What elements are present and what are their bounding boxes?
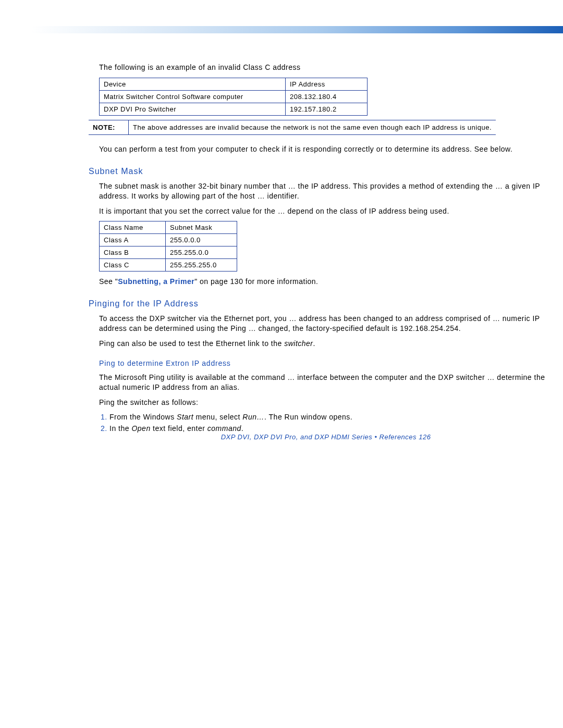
table-header: Subnet Mask — [166, 221, 237, 234]
table-header: IP Address — [286, 78, 368, 90]
ping-instruction: Ping the switcher as follows: — [99, 398, 563, 408]
invalid-address-table: Device IP Address Matrix Switcher Contro… — [99, 78, 368, 116]
see-suffix: " on page 130 for more information. — [194, 277, 318, 286]
subnetting-primer-link[interactable]: Subnetting, a Primer — [118, 277, 194, 286]
table-cell: 208.132.180.4 — [286, 90, 368, 103]
table-cell: Class B — [100, 246, 166, 259]
intro-text: The following is an example of an invali… — [99, 63, 563, 72]
table-cell: DXP DVI Pro Switcher — [100, 103, 286, 115]
ping-paragraph-2: Ping can also be used to test the Ethern… — [99, 339, 563, 349]
switcher-text: switcher — [284, 339, 313, 348]
table-cell: Class A — [100, 234, 166, 246]
note-text: The above addresses are invalid because … — [129, 120, 496, 134]
table-header: Device — [100, 78, 286, 90]
see-prefix: See " — [99, 277, 118, 286]
table-cell: 255.0.0.0 — [166, 234, 237, 246]
heading-pinging-ip: Pinging for the IP Address — [89, 299, 563, 309]
perform-test-text: You can perform a test from your compute… — [99, 144, 563, 154]
table-cell: Class C — [100, 259, 166, 272]
list-item: From the Windows Start menu, select Run…… — [109, 413, 563, 421]
ping-paragraph-1: To access the DXP switcher via the Ether… — [99, 314, 563, 334]
table-cell: 255.255.255.0 — [166, 259, 237, 272]
subnet-paragraph-1: The subnet mask is another 32-bit binary… — [99, 181, 563, 201]
table-cell: 255.255.0.0 — [166, 246, 237, 259]
heading-subnet-mask: Subnet Mask — [89, 167, 563, 176]
subnet-paragraph-2: It is important that you set the correct… — [99, 206, 563, 216]
table-cell: 192.157.180.2 — [286, 103, 368, 115]
ping-steps-list: From the Windows Start menu, select Run…… — [99, 413, 563, 433]
note-box: NOTE: The above addresses are invalid be… — [89, 120, 496, 135]
heading-ping-determine: Ping to determine Extron IP address — [99, 359, 563, 367]
subnet-mask-table: Class Name Subnet Mask Class A 255.0.0.0… — [99, 221, 237, 272]
ping-determine-paragraph: The Microsoft Ping utility is available … — [99, 373, 563, 392]
list-item: In the Open text field, enter command. — [109, 424, 563, 433]
see-reference: See "Subnetting, a Primer" on page 130 f… — [99, 277, 563, 287]
table-cell: Matrix Switcher Control Software compute… — [100, 90, 286, 103]
header-gradient-bar — [31, 26, 563, 33]
page-footer: DXP DVI, DXP DVI Pro, and DXP HDMI Serie… — [89, 433, 563, 441]
note-label: NOTE: — [89, 120, 129, 134]
table-header: Class Name — [100, 221, 166, 234]
